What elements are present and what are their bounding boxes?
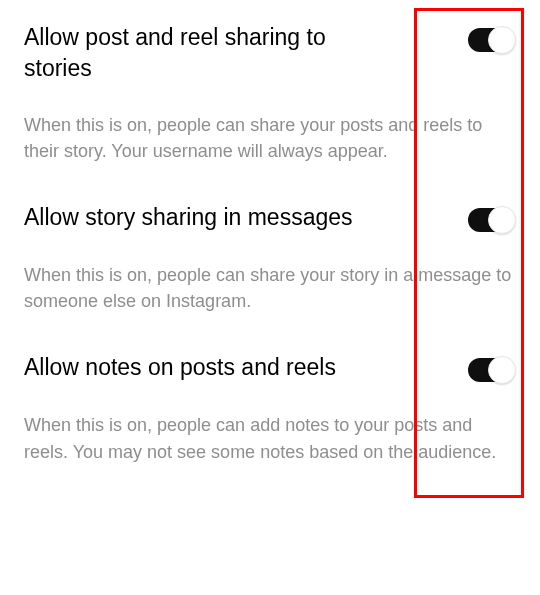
toggle-thumb xyxy=(488,26,516,54)
setting-notes-posts-reels: Allow notes on posts and reels When this… xyxy=(24,352,516,464)
setting-header: Allow story sharing in messages xyxy=(24,202,516,234)
setting-header: Allow post and reel sharing to stories xyxy=(24,22,516,84)
setting-title: Allow notes on posts and reels xyxy=(24,352,336,383)
setting-title: Allow post and reel sharing to stories xyxy=(24,22,384,84)
toggle-post-reel-sharing[interactable] xyxy=(468,26,516,54)
setting-story-sharing-messages: Allow story sharing in messages When thi… xyxy=(24,202,516,314)
toggle-story-sharing-messages[interactable] xyxy=(468,206,516,234)
setting-description: When this is on, people can add notes to… xyxy=(24,412,516,464)
setting-title: Allow story sharing in messages xyxy=(24,202,353,233)
setting-header: Allow notes on posts and reels xyxy=(24,352,516,384)
toggle-thumb xyxy=(488,356,516,384)
setting-description: When this is on, people can share your s… xyxy=(24,262,516,314)
setting-description: When this is on, people can share your p… xyxy=(24,112,516,164)
toggle-thumb xyxy=(488,206,516,234)
toggle-notes-posts-reels[interactable] xyxy=(468,356,516,384)
setting-post-reel-sharing: Allow post and reel sharing to stories W… xyxy=(24,22,516,164)
